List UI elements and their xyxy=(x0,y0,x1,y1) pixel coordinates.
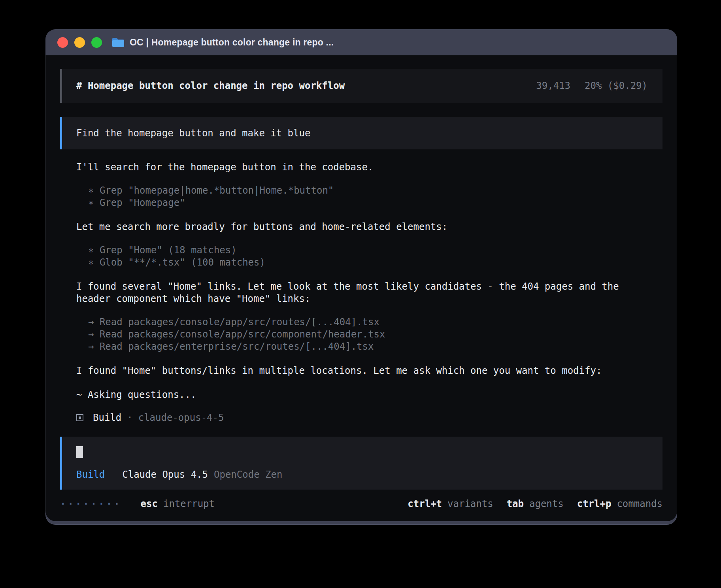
shortcut-commands: ctrl+p commands xyxy=(577,498,662,509)
tool-call-line: → Read packages/console/app/src/routes/[… xyxy=(76,316,662,328)
tool-call-line: ∗ Grep "Home" (18 matches) xyxy=(76,244,662,256)
model-label[interactable]: Claude Opus 4.5 xyxy=(122,469,208,480)
session-stats: 39,41320% ($0.29) xyxy=(536,80,647,91)
terminal-window: OC | Homepage button color change in rep… xyxy=(45,29,677,525)
tool-call-line: → Read packages/console/app/src/componen… xyxy=(76,328,662,341)
spinner-dots-icon: ········ xyxy=(60,498,122,509)
input-meta: Build Claude Opus 4.5 OpenCode Zen xyxy=(76,469,662,480)
assistant-status-line: ~ Asking questions... xyxy=(76,389,653,401)
separator-dot: · xyxy=(127,412,132,423)
shortcut-label: agents xyxy=(529,498,564,509)
agent-attribution: Build · claude-opus-4-5 xyxy=(76,412,662,423)
close-window-button[interactable] xyxy=(57,37,68,48)
tool-call-group: ∗ Grep "Home" (18 matches) ∗ Glob "**/*.… xyxy=(76,244,662,269)
zoom-window-button[interactable] xyxy=(91,37,102,48)
context-usage: 20% ($0.29) xyxy=(585,80,647,91)
agent-model: claude-opus-4-5 xyxy=(138,412,224,423)
assistant-text: I found "Home" buttons/links in multiple… xyxy=(76,365,653,377)
assistant-text: I found several "Home" links. Let me loo… xyxy=(76,281,653,305)
tool-call-group: ∗ Grep "homepage|home.*button|Home.*butt… xyxy=(76,185,662,209)
mode-label[interactable]: Build xyxy=(76,469,105,480)
shortcut-key: tab xyxy=(507,498,524,509)
agent-name: Build xyxy=(93,412,121,423)
folder-icon xyxy=(111,37,125,48)
assistant-text: Let me search more broadly for buttons a… xyxy=(76,221,653,233)
terminal-content: # Homepage button color change in repo w… xyxy=(45,55,677,509)
esc-key-label: interrupt xyxy=(163,498,215,509)
user-message: Find the homepage button and make it blu… xyxy=(60,117,662,149)
provider-label: OpenCode Zen xyxy=(214,469,282,480)
agent-status-icon xyxy=(76,414,83,421)
statusbar: ········ esc interrupt ctrl+t variants t… xyxy=(60,498,662,509)
token-count: 39,413 xyxy=(536,80,570,91)
tool-call-line: ∗ Glob "**/*.tsx" (100 matches) xyxy=(76,256,662,269)
assistant-text: I'll search for the homepage button in t… xyxy=(76,161,653,173)
tool-call-line: ∗ Grep "Homepage" xyxy=(76,197,662,209)
user-message-text: Find the homepage button and make it blu… xyxy=(76,128,310,139)
shortcut-label: commands xyxy=(617,498,662,509)
shortcut-label: variants xyxy=(447,498,493,509)
titlebar[interactable]: OC | Homepage button color change in rep… xyxy=(45,29,677,55)
tool-call-line: ∗ Grep "homepage|home.*button|Home.*butt… xyxy=(76,185,662,197)
statusbar-left: ········ esc interrupt xyxy=(60,498,215,509)
tool-call-group: → Read packages/console/app/src/routes/[… xyxy=(76,316,662,353)
shortcut-variants: ctrl+t variants xyxy=(408,498,493,509)
window-controls xyxy=(57,37,102,48)
shortcut-key: ctrl+p xyxy=(577,498,612,509)
tool-call-line: → Read packages/enterprise/src/routes/[.… xyxy=(76,341,662,353)
session-title: # Homepage button color change in repo w… xyxy=(76,80,345,91)
minimize-window-button[interactable] xyxy=(74,37,85,48)
shortcut-key: ctrl+t xyxy=(408,498,442,509)
prompt-input[interactable]: Build Claude Opus 4.5 OpenCode Zen xyxy=(60,437,662,490)
statusbar-right: ctrl+t variants tab agents ctrl+p comman… xyxy=(408,498,662,509)
shortcut-agents: tab agents xyxy=(507,498,564,509)
session-header: # Homepage button color change in repo w… xyxy=(60,69,662,103)
esc-key-hint: esc xyxy=(141,498,158,509)
text-cursor xyxy=(76,446,83,458)
window-title: OC | Homepage button color change in rep… xyxy=(130,37,334,48)
